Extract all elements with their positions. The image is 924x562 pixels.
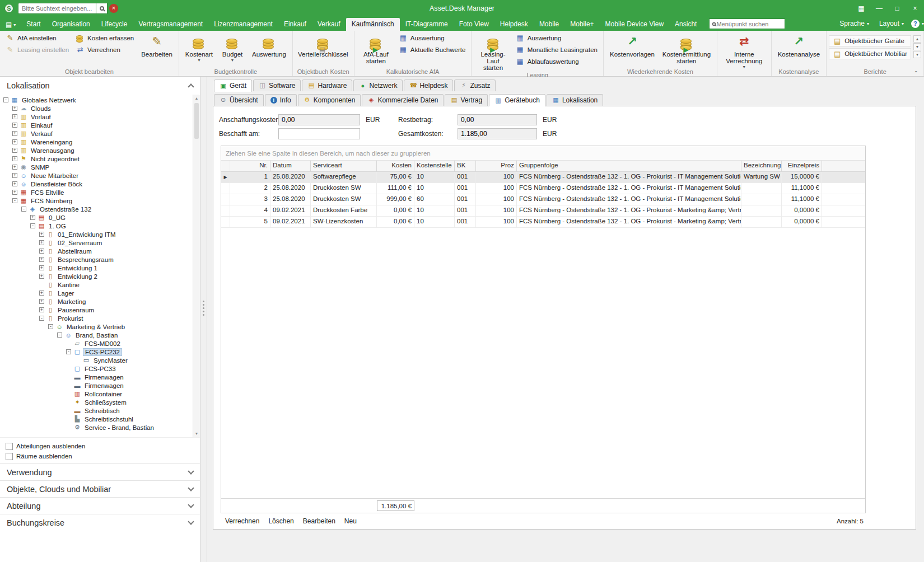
- menu-tab-it-diagramme[interactable]: IT-Diagramme: [400, 18, 454, 31]
- ribbon-button-kostenvorlagen[interactable]: ↗Kostenvorlagen: [607, 32, 657, 58]
- expand-icon[interactable]: +: [12, 139, 17, 144]
- tree-item-einkauf[interactable]: +▥Einkauf: [0, 121, 200, 129]
- tree-item-fcs-pc33[interactable]: ▢FCS-PC33: [0, 364, 200, 373]
- collapse-icon[interactable]: -: [3, 97, 8, 102]
- expand-icon[interactable]: +: [12, 173, 17, 178]
- tree-item-schreibtischstuhl[interactable]: ▙Schreibtischstuhl: [0, 415, 200, 423]
- expand-icon[interactable]: +: [39, 257, 44, 262]
- column-header-datum[interactable]: Datum: [270, 161, 311, 171]
- panel-toggle-icon[interactable]: ▦: [852, 0, 870, 17]
- expand-icon[interactable]: +: [12, 106, 17, 111]
- ribbon-button-afa-einstellen[interactable]: ✎AfA einstellen: [3, 32, 71, 44]
- column-header-einzelpreis[interactable]: Einzelpreis: [782, 161, 822, 171]
- list-down-icon[interactable]: ▼: [913, 43, 921, 50]
- sidebar-section-objekte-clouds-und-mobiliar[interactable]: Objekte, Clouds und Mobiliar: [0, 480, 200, 497]
- tree-item-service-brand-bastian[interactable]: ⚙Service - Brand, Bastian: [0, 423, 200, 432]
- ribbon-button-leasing-einstellen[interactable]: ✎Leasing einstellen: [3, 44, 71, 55]
- checkbox-abteilungen-ausblenden[interactable]: Abteilungen ausblenden: [6, 441, 194, 451]
- expand-icon[interactable]: +: [12, 123, 17, 128]
- tab-zusatz[interactable]: ⚡Zusatz: [454, 79, 496, 91]
- tree-item-rollcontainer[interactable]: ▥Rollcontainer: [0, 390, 200, 398]
- tree-item-besprechungsraum[interactable]: +▯Besprechungsraum: [0, 255, 200, 264]
- column-header-kosten[interactable]: Kosten: [377, 161, 414, 171]
- expand-icon[interactable]: +: [39, 232, 44, 237]
- expand-icon[interactable]: +: [12, 131, 17, 136]
- tree-item-fcs-eltville[interactable]: +▦FCS Eltville: [0, 188, 200, 196]
- bottom-button-bearbeiten[interactable]: Bearbeiten: [298, 516, 340, 526]
- collapse-icon[interactable]: -: [39, 316, 44, 321]
- search-button[interactable]: [96, 3, 108, 14]
- sidebar-section-buchungskreise[interactable]: Buchungskreise: [0, 514, 200, 531]
- expand-icon[interactable]: +: [39, 299, 44, 304]
- tree-item-syncmaster[interactable]: ▭SyncMaster: [0, 356, 200, 364]
- collapse-icon[interactable]: -: [48, 324, 53, 329]
- expand-icon[interactable]: +: [12, 148, 17, 153]
- menu-sprache[interactable]: Sprache▾: [834, 18, 874, 29]
- bottom-button-löschen[interactable]: Löschen: [264, 516, 298, 526]
- ribbon-button-auswertung[interactable]: ▦Auswertung: [514, 32, 600, 44]
- expand-icon[interactable]: +: [12, 165, 17, 170]
- column-header-gruppenfolge[interactable]: Gruppenfolge: [517, 161, 741, 171]
- tab-gerät[interactable]: ▣Gerät: [214, 79, 252, 92]
- field-gesamtkosten[interactable]: [458, 128, 537, 139]
- expand-icon[interactable]: +: [39, 265, 44, 270]
- ribbon-button-monatliche-leasingraten[interactable]: ▦Monatliche Leasingraten: [514, 44, 600, 55]
- menu-tab-kaufmännisch[interactable]: Kaufmännisch: [346, 18, 400, 31]
- menu-tab-mobile[interactable]: Mobile: [534, 18, 564, 31]
- subtab-vertrag[interactable]: ▤Vertrag: [445, 94, 488, 106]
- scroll-down-icon[interactable]: ▼: [193, 430, 200, 437]
- field-beschafft-am[interactable]: [278, 128, 360, 139]
- tree-item-dienstleister-böck[interactable]: +☺Dienstleister Böck: [0, 180, 200, 188]
- tree-item-pausenraum[interactable]: +▯Pausenraum: [0, 306, 200, 314]
- menu-tab-organisation[interactable]: Organisation: [46, 18, 96, 31]
- ribbon-button-kosten-erfassen[interactable]: Kosten erfassen: [73, 32, 136, 44]
- ribbon-button-leasing-lauf-starten[interactable]: ▶Leasing-Lauf starten: [475, 32, 511, 71]
- checkbox-icon[interactable]: [6, 443, 13, 450]
- subtab-lokalisation[interactable]: ▦Lokalisation: [547, 94, 603, 106]
- collapse-icon[interactable]: -: [21, 207, 26, 212]
- expand-icon[interactable]: +: [39, 274, 44, 279]
- tree-item-abstellraum[interactable]: +▯Abstellraum: [0, 247, 200, 255]
- ribbon-button-kostenermittlung-starten[interactable]: ▶Kostenermittlung starten: [660, 32, 713, 64]
- menu-tab-lifecycle[interactable]: Lifecycle: [96, 18, 133, 31]
- ribbon-button-auswertung[interactable]: ▦Auswertung: [396, 32, 468, 44]
- subtab-gerätebuch[interactable]: ▥Gerätebuch: [489, 94, 545, 106]
- list-up-icon[interactable]: ▲: [913, 35, 921, 43]
- tab-netzwerk[interactable]: ●Netzwerk: [353, 79, 403, 91]
- menu-search-input[interactable]: [716, 21, 782, 27]
- ribbon-button-bearbeiten[interactable]: ✎Bearbeiten: [138, 32, 175, 58]
- tree-item-warenausgang[interactable]: +▥Warenausgang: [0, 146, 200, 154]
- expand-icon[interactable]: +: [39, 249, 44, 254]
- tree-item-fcs-nürnberg[interactable]: -▦FCS Nürnberg: [0, 196, 200, 205]
- tree-item-fcs-pc232[interactable]: -▢FCS-PC232: [0, 348, 200, 356]
- tree-item-fcs-md002[interactable]: ▱FCS-MD002: [0, 339, 200, 348]
- expand-icon[interactable]: +: [12, 181, 17, 186]
- scroll-up-icon[interactable]: ▲: [193, 95, 200, 102]
- tree-item-marketing-vertrieb[interactable]: -☺Marketing & Vertrieb: [0, 322, 200, 331]
- table-row[interactable]: 325.08.2020Druckkosten SW999,00 €6000110…: [221, 194, 865, 205]
- tree-item-nicht-zugeordnet[interactable]: +⚑Nicht zugeordnet: [0, 154, 200, 163]
- ribbon-button-objektbücher-geräte[interactable]: ▤Objektbücher Geräte: [829, 35, 911, 46]
- sidebar-section-verwendung[interactable]: Verwendung: [0, 463, 200, 480]
- column-header-kostenstelle[interactable]: Kostenstelle: [414, 161, 455, 171]
- ribbon-button-kostenart[interactable]: Kostenart▼: [183, 32, 216, 62]
- tree-item-verkauf[interactable]: +▥Verkauf: [0, 129, 200, 138]
- ribbon-button-interne-verrechnung[interactable]: ⇄Interne Verrechnung▼: [721, 32, 768, 69]
- column-header-proz[interactable]: Proz: [476, 161, 517, 171]
- expand-icon[interactable]: +: [12, 156, 17, 161]
- table-row[interactable]: 509.02.2021SW-Lizenzkosten0,00 €10001100…: [221, 217, 865, 228]
- close-icon[interactable]: ×: [906, 0, 924, 17]
- table-row[interactable]: 225.08.2020Druckkosten SW111,00 €1000110…: [221, 183, 865, 194]
- global-search-input[interactable]: [18, 3, 96, 14]
- table-row[interactable]: ▶125.08.2020Softwarepflege75,00 €1000110…: [221, 172, 865, 183]
- ribbon-button-objektbücher-mobiliar[interactable]: ▤Objektbücher Mobiliar: [829, 48, 911, 59]
- expand-icon[interactable]: +: [12, 114, 17, 119]
- expand-icon[interactable]: +: [12, 190, 17, 195]
- ribbon-button-afa-lauf-starten[interactable]: ▶AfA-Lauf starten: [358, 32, 394, 64]
- sidebar-section-abteilung[interactable]: Abteilung: [0, 497, 200, 514]
- tree-item-firmenwagen[interactable]: ▬Firmenwagen: [0, 381, 200, 390]
- tree-item-1-og[interactable]: -▤1. OG: [0, 222, 200, 230]
- app-menu-button[interactable]: ▤ ▾: [0, 21, 21, 31]
- ribbon-button-verteilerschlüssel[interactable]: ▤Verteilerschlüssel: [296, 32, 350, 58]
- ribbon-button-verrechnen[interactable]: ⇄Verrechnen: [73, 44, 136, 55]
